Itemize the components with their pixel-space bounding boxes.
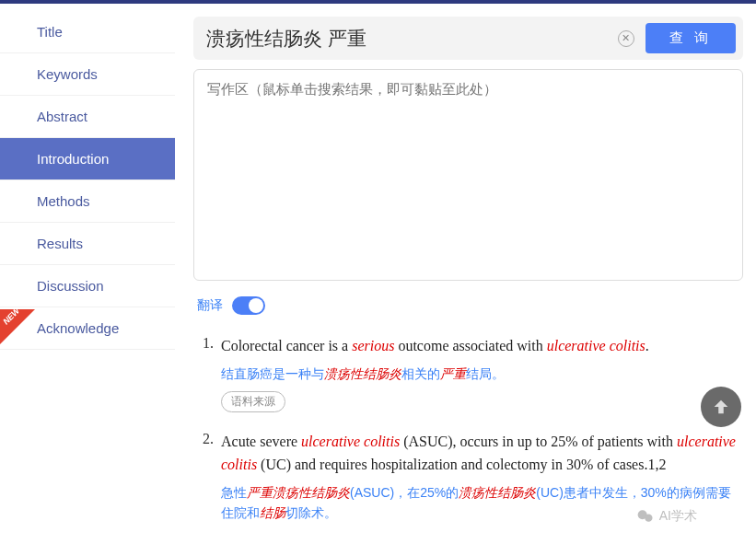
arrow-up-icon [711,397,731,417]
source-button[interactable]: 语料来源 [221,391,285,412]
translate-row: 翻译 [197,296,739,315]
translate-toggle[interactable] [232,296,265,315]
query-button[interactable]: 查 询 [646,23,736,53]
result-number: 1. [197,335,221,412]
sidebar: TitleKeywordsAbstractIntroductionMethods… [0,4,175,544]
sidebar-item-keywords[interactable]: Keywords [0,53,175,96]
new-badge: NEW [0,309,35,348]
wechat-icon [636,507,655,526]
sidebar-item-introduction[interactable]: Introduction [0,138,175,180]
result-chinese: 结直肠癌是一种与溃疡性结肠炎相关的严重结局。 [221,364,739,384]
sidebar-item-title[interactable]: Title [0,11,175,53]
result-english: Acute severe ulcerative colitis (ASUC), … [221,431,739,477]
sidebar-item-abstract[interactable]: Abstract [0,96,175,138]
result-english: Colorectal cancer is a serious outcome a… [221,335,739,358]
main-content: ✕ 查 询 翻译 1.Colorectal cancer is a seriou… [175,4,756,544]
search-input[interactable] [206,28,618,50]
svg-point-2 [645,515,652,522]
search-bar: ✕ 查 询 [193,17,743,60]
sidebar-item-discussion[interactable]: Discussion [0,265,175,307]
result-number: 2. [197,431,221,523]
result-item[interactable]: 1.Colorectal cancer is a serious outcome… [197,335,739,412]
sidebar-item-results[interactable]: Results [0,223,175,265]
scroll-top-button[interactable] [701,387,741,427]
translate-label: 翻译 [197,297,223,314]
writing-textarea[interactable] [193,69,743,281]
watermark: AI学术 [636,507,697,526]
clear-icon[interactable]: ✕ [618,30,634,47]
sidebar-item-methods[interactable]: Methods [0,180,175,223]
results-list: 1.Colorectal cancer is a serious outcome… [193,335,743,524]
